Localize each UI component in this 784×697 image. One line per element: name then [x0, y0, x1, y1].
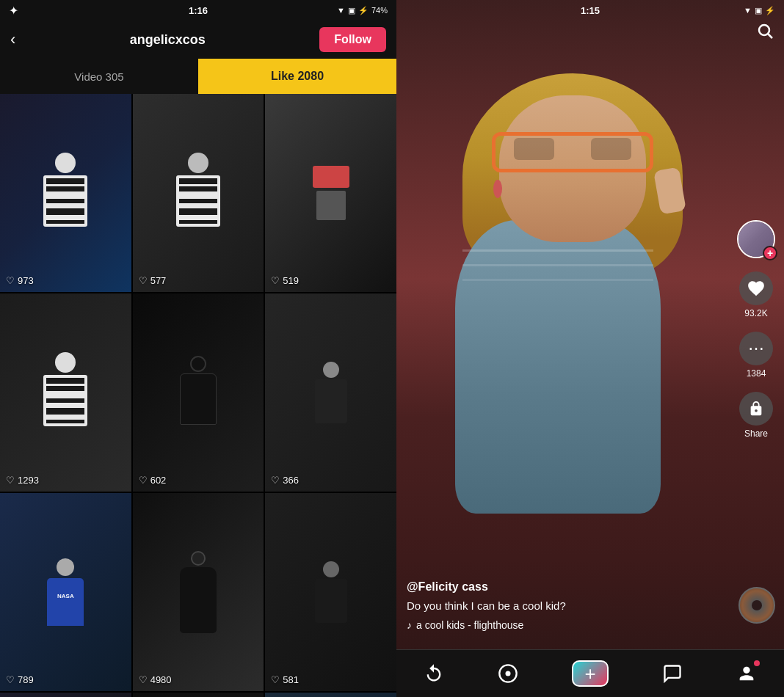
cosplay-figure: [315, 362, 347, 423]
glasses-frame: [492, 132, 653, 172]
grid-item[interactable]: ♡ 602: [133, 293, 264, 492]
thumbnail-art: [133, 693, 264, 697]
tab-like[interactable]: Like 2080: [198, 59, 396, 94]
status-icons-left: ▼ ▣ ⚡ 74%: [337, 6, 388, 15]
svg-point-0: [759, 25, 769, 35]
shirt-line-2: [462, 264, 653, 266]
thumbnail-art: [265, 693, 396, 697]
heart-icon: ♡: [271, 674, 280, 685]
stripe-2: [179, 203, 217, 208]
svg-line-1: [769, 34, 773, 39]
status-bar-right: 1:15 ▼ ▣ ⚡: [396, 0, 784, 21]
cosplay-body: [315, 379, 347, 423]
like-count: ♡ 602: [139, 475, 167, 486]
music-title: a cool kids - flighthouse: [416, 619, 523, 631]
status-bar-left: ✦ 1:16 ▼ ▣ ⚡ 74%: [0, 0, 396, 21]
grid-item[interactable]: NASA ♡ 789: [0, 493, 131, 691]
grid-item[interactable]: ♡ 1293: [0, 293, 131, 492]
like-count: ♡ 1293: [6, 475, 39, 486]
grid-item[interactable]: ♡ 654: [133, 693, 264, 697]
cosplay-head: [323, 362, 339, 378]
figure-body: [176, 175, 220, 227]
comment-action[interactable]: ⋯ 1384: [739, 332, 773, 379]
grid-item[interactable]: ♡ 577: [133, 94, 264, 292]
thumbnail-art: [0, 693, 131, 697]
nav-inbox[interactable]: [662, 663, 683, 684]
battery-icon-right: ⚡: [765, 6, 775, 15]
thumbnail-content: [313, 166, 349, 220]
grid-item[interactable]: ♡ 973: [0, 94, 131, 292]
thumbnail-art: [265, 293, 396, 492]
search-button[interactable]: [756, 22, 774, 44]
thumbnail-art: [265, 493, 396, 691]
app-logo: ✦: [9, 4, 18, 18]
battery-icon: ⚡: [358, 6, 369, 15]
like-count: ♡ 973: [6, 275, 34, 286]
sil-body: [180, 373, 217, 425]
music-disc: [738, 587, 775, 624]
dark-figure: [180, 567, 217, 633]
figure-body: [43, 175, 87, 227]
music-info: ♪ a cool kids - flighthouse: [407, 619, 725, 631]
follow-plus-badge[interactable]: +: [763, 246, 777, 260]
signal-icon: ▣: [348, 6, 355, 15]
thumbnail-art: [133, 94, 264, 292]
left-panel: ✦ 1:16 ▼ ▣ ⚡ 74% ‹ angelicxcos Follow Vi…: [0, 0, 396, 697]
heart-icon: ♡: [271, 275, 280, 286]
grid-item[interactable]: ♡ 519: [265, 94, 396, 292]
video-grid: ♡ 973 ♡ 577: [0, 94, 396, 697]
like-count: ♡ 581: [271, 674, 299, 685]
stripe-1: [46, 191, 84, 197]
grid-item[interactable]: ♡ 392: [265, 693, 396, 697]
like-count: ♡ 519: [271, 275, 299, 286]
nasa-body: NASA: [47, 578, 84, 626]
comment-button[interactable]: ⋯: [739, 332, 773, 365]
share-button[interactable]: [739, 392, 773, 426]
action-buttons-panel: + 93.2K ⋯ 1384 Share: [737, 220, 775, 439]
like-action[interactable]: 93.2K: [739, 271, 773, 318]
figure-head: [188, 153, 208, 173]
creator-avatar[interactable]: +: [737, 220, 775, 258]
grid-item[interactable]: ♡ 581: [265, 493, 396, 691]
music-note-icon: ♪: [407, 619, 412, 631]
profile-tabs: Video 305 Like 2080: [0, 59, 396, 94]
stripe-3: [46, 415, 84, 420]
stripe-1: [179, 191, 217, 197]
comment-count: 1384: [747, 368, 766, 379]
like-button[interactable]: [739, 271, 773, 305]
item-shape-2: [316, 191, 346, 220]
stripe-3: [179, 215, 217, 220]
music-disc-inner: [752, 600, 762, 610]
time-right: 1:15: [581, 5, 600, 16]
status-icons-right: ▼ ▣ ⚡: [744, 6, 775, 15]
thumbnail-art: [0, 94, 131, 292]
thumbnail-art: [133, 293, 264, 492]
share-action[interactable]: Share: [739, 392, 773, 439]
cosplay-figure-2: [315, 561, 347, 623]
cosplay-body-2: [315, 579, 347, 623]
back-button[interactable]: ‹: [10, 30, 15, 49]
thumbnail-art: [0, 293, 131, 492]
heart-icon: ♡: [6, 275, 15, 286]
heart-icon: ♡: [139, 475, 148, 486]
item-shape: [313, 166, 349, 188]
nav-discover[interactable]: [498, 663, 518, 684]
grid-item[interactable]: ♡ 696: [0, 693, 131, 697]
like-count-right: 93.2K: [744, 308, 767, 318]
grid-item[interactable]: ♡ 366: [265, 293, 396, 492]
battery-percent: 74%: [371, 6, 388, 15]
nav-profile[interactable]: [736, 663, 757, 684]
thumbnail-art: NASA: [0, 493, 131, 691]
tab-video[interactable]: Video 305: [0, 59, 198, 94]
follow-button[interactable]: Follow: [319, 27, 386, 52]
nav-create[interactable]: +: [572, 660, 609, 687]
heart-icon: ♡: [139, 674, 148, 685]
profile-username: angelicxcos: [15, 32, 319, 48]
thumbnail-art: [265, 94, 396, 292]
share-label: Share: [744, 428, 768, 439]
caption-area: @Felicity cass Do you think I can be a c…: [407, 580, 725, 631]
nav-replay[interactable]: [424, 663, 444, 684]
outfit-figure: [40, 352, 91, 433]
grid-item[interactable]: ♡ 4980: [133, 493, 264, 691]
outfit-figure: [40, 153, 91, 233]
